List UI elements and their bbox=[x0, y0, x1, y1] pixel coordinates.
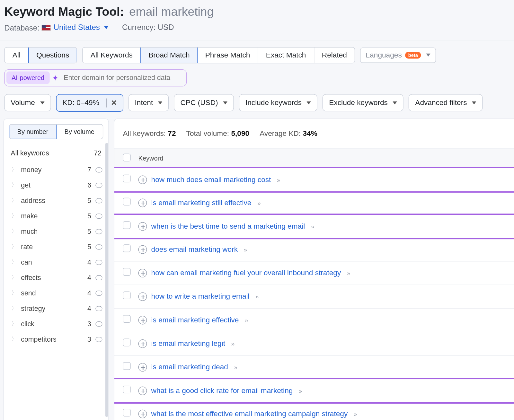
expand-icon[interactable] bbox=[138, 292, 147, 301]
eye-icon[interactable] bbox=[95, 214, 102, 219]
sort-by-number[interactable]: By number bbox=[9, 124, 57, 139]
sidebar-group[interactable]: 〉send 4 bbox=[4, 285, 108, 301]
eye-icon[interactable] bbox=[95, 259, 102, 265]
row-checkbox[interactable] bbox=[123, 221, 131, 229]
eye-icon[interactable] bbox=[95, 198, 102, 203]
tab-questions[interactable]: Questions bbox=[28, 47, 77, 63]
filter-include[interactable]: Include keywords bbox=[239, 94, 317, 111]
row-checkbox[interactable] bbox=[123, 386, 131, 393]
languages-dropdown[interactable]: Languages beta bbox=[360, 47, 436, 63]
expand-icon[interactable] bbox=[138, 316, 147, 324]
results-table: All keywords: 72 Total volume: 5,090 Ave… bbox=[114, 118, 514, 420]
row-checkbox[interactable] bbox=[123, 292, 131, 299]
keyword-link[interactable]: is email marketing legit bbox=[151, 339, 225, 348]
currency-label: Currency: USD bbox=[122, 23, 174, 33]
eye-icon[interactable] bbox=[95, 167, 102, 172]
sidebar-group[interactable]: 〉effects 4 bbox=[4, 270, 108, 285]
chevron-right-icon: 〉 bbox=[12, 274, 17, 281]
chevron-right-icon: 〉 bbox=[12, 320, 17, 328]
open-icon[interactable]: » bbox=[277, 176, 279, 183]
filter-intent[interactable]: Intent bbox=[128, 94, 169, 111]
filter-cpc[interactable]: CPC (USD) bbox=[174, 94, 234, 111]
eye-icon[interactable] bbox=[95, 275, 102, 280]
beta-badge: beta bbox=[405, 52, 421, 58]
expand-icon[interactable] bbox=[138, 386, 147, 395]
expand-icon[interactable] bbox=[138, 409, 147, 418]
row-checkbox[interactable] bbox=[123, 338, 131, 346]
open-icon[interactable]: » bbox=[231, 340, 233, 347]
eye-icon[interactable] bbox=[95, 321, 102, 326]
keyword-link[interactable]: how much does email marketing cost bbox=[151, 175, 271, 184]
summary-bar: All keywords: 72 Total volume: 5,090 Ave… bbox=[123, 129, 317, 138]
sidebar-group[interactable]: 〉competitors 3 bbox=[4, 331, 108, 347]
col-keyword[interactable]: Keyword bbox=[138, 154, 514, 162]
sidebar-group[interactable]: 〉much 5 bbox=[4, 223, 108, 239]
sort-by-volume[interactable]: By volume bbox=[56, 124, 103, 138]
row-checkbox[interactable] bbox=[123, 315, 131, 323]
group-label: money bbox=[21, 166, 41, 174]
ai-powered-badge: AI-powered bbox=[6, 72, 49, 84]
filter-volume[interactable]: Volume bbox=[4, 94, 51, 111]
keyword-link[interactable]: is email marketing still effective bbox=[151, 198, 252, 207]
open-icon[interactable]: » bbox=[234, 363, 236, 370]
filter-kd[interactable]: KD: 0–49% ✕ bbox=[56, 94, 123, 112]
row-checkbox[interactable] bbox=[123, 175, 131, 182]
tab-related[interactable]: Related bbox=[314, 47, 355, 63]
expand-icon[interactable] bbox=[138, 339, 147, 348]
filter-exclude[interactable]: Exclude keywords bbox=[323, 94, 403, 111]
row-checkbox[interactable] bbox=[123, 244, 131, 252]
sidebar-group[interactable]: 〉click 3 bbox=[4, 316, 108, 331]
expand-icon[interactable] bbox=[138, 268, 147, 277]
eye-icon[interactable] bbox=[95, 244, 102, 249]
sidebar-group[interactable]: 〉rate 5 bbox=[4, 239, 108, 254]
sidebar-group[interactable]: 〉address 5 bbox=[4, 193, 108, 208]
tab-exact-match[interactable]: Exact Match bbox=[258, 47, 314, 63]
keyword-link[interactable]: what is the most effective email marketi… bbox=[151, 409, 348, 418]
open-icon[interactable]: » bbox=[354, 410, 356, 417]
keyword-link[interactable]: when is the best time to send a marketin… bbox=[151, 222, 305, 231]
expand-icon[interactable] bbox=[138, 245, 147, 254]
tab-broad-match[interactable]: Broad Match bbox=[140, 47, 198, 63]
expand-icon[interactable] bbox=[138, 363, 147, 372]
sidebar-group[interactable]: 〉can 4 bbox=[4, 254, 108, 270]
open-icon[interactable]: » bbox=[347, 269, 349, 276]
table-row: how much does email marketing cost » I 2… bbox=[114, 167, 514, 192]
eye-icon[interactable] bbox=[95, 337, 102, 342]
row-checkbox[interactable] bbox=[123, 409, 131, 416]
close-icon[interactable]: ✕ bbox=[106, 98, 117, 107]
expand-icon[interactable] bbox=[138, 175, 147, 184]
tab-all[interactable]: All bbox=[5, 47, 29, 63]
sidebar-group[interactable]: 〉money 7 bbox=[4, 162, 108, 178]
sidebar-group[interactable]: 〉strategy 4 bbox=[4, 301, 108, 316]
keyword-link[interactable]: is email marketing effective bbox=[151, 316, 239, 324]
open-icon[interactable]: » bbox=[244, 246, 246, 253]
expand-icon[interactable] bbox=[138, 222, 147, 231]
row-checkbox[interactable] bbox=[123, 198, 131, 206]
scrollbar[interactable] bbox=[105, 143, 108, 417]
sidebar-group[interactable]: 〉get 6 bbox=[4, 178, 108, 193]
filter-advanced[interactable]: Advanced filters bbox=[409, 94, 483, 111]
tab-phrase-match[interactable]: Phrase Match bbox=[198, 47, 258, 63]
keyword-link[interactable]: how can email marketing fuel your overal… bbox=[151, 268, 341, 277]
keyword-link[interactable]: how to write a marketing email bbox=[151, 292, 250, 301]
row-checkbox[interactable] bbox=[123, 268, 131, 276]
select-all-checkbox[interactable] bbox=[123, 153, 131, 161]
row-checkbox[interactable] bbox=[123, 362, 131, 370]
open-icon[interactable]: » bbox=[255, 293, 257, 300]
open-icon[interactable]: » bbox=[299, 387, 301, 394]
eye-icon[interactable] bbox=[95, 229, 102, 234]
keyword-link[interactable]: does email marketing work bbox=[151, 245, 238, 254]
eye-icon[interactable] bbox=[95, 306, 102, 311]
open-icon[interactable]: » bbox=[245, 317, 247, 323]
expand-icon[interactable] bbox=[138, 198, 147, 207]
open-icon[interactable]: » bbox=[257, 199, 259, 206]
eye-icon[interactable] bbox=[95, 290, 102, 295]
database-selector[interactable]: Database: United States bbox=[4, 23, 108, 33]
keyword-link[interactable]: is email marketing dead bbox=[151, 363, 228, 372]
keyword-link[interactable]: what is a good click rate for email mark… bbox=[151, 386, 293, 395]
eye-icon[interactable] bbox=[95, 183, 102, 188]
tab-all-keywords[interactable]: All Keywords bbox=[83, 47, 141, 63]
sidebar-group[interactable]: 〉make 5 bbox=[4, 208, 108, 224]
ai-domain-input[interactable] bbox=[61, 70, 185, 85]
open-icon[interactable]: » bbox=[311, 223, 313, 230]
